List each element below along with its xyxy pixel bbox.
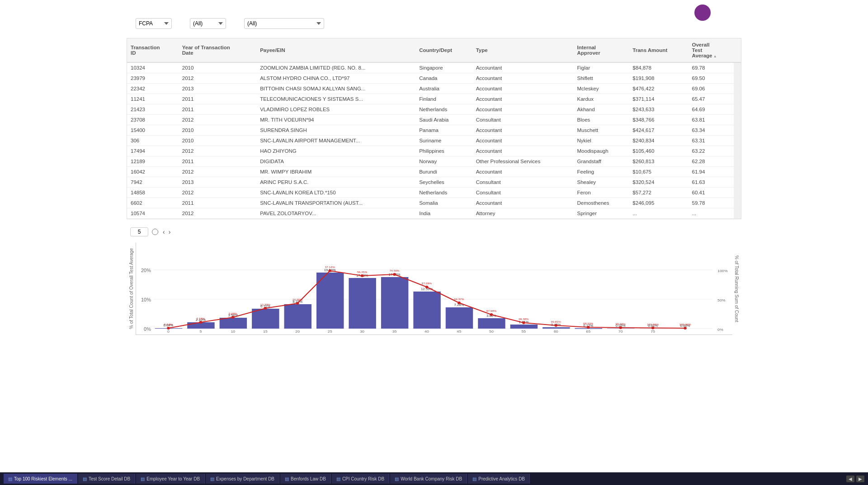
svg-text:74.56%: 74.56%	[389, 269, 400, 272]
table-row[interactable]: 6602 2011 SNC-LAVALIN TRANSPORTATION (AU…	[127, 198, 741, 208]
svg-point-53	[587, 326, 590, 329]
table-row[interactable]: 12189 2011 DIGIDATA Norway Other Profess…	[127, 156, 741, 167]
cell-id: 12189	[127, 156, 179, 167]
cell-country: Finland	[415, 94, 472, 104]
cell-type: Consultant	[472, 188, 574, 198]
cell-year: 2012	[179, 73, 256, 84]
tab-scroll-left[interactable]: ◀	[846, 476, 854, 482]
tab-0[interactable]: ▤Top 100 Riskiest Elements ...	[4, 474, 77, 484]
cell-payee: ARINC PERU S.A.C.	[256, 177, 415, 188]
svg-rect-22	[413, 292, 440, 329]
cell-id: 6602	[127, 198, 179, 208]
cell-country: Saudi Arabia	[415, 115, 472, 125]
svg-text:99.81%: 99.81%	[551, 320, 561, 323]
tab-7[interactable]: ▤Predictive Analytics DB	[468, 474, 530, 484]
svg-text:94.37%: 94.37%	[454, 297, 464, 301]
cell-avg: 63.81	[689, 115, 734, 125]
bin-radio[interactable]	[152, 229, 158, 235]
cell-country: Norway	[415, 156, 472, 167]
table-row[interactable]: 11241 2011 TELECOMUNICACIONES Y SISTEMAS…	[127, 94, 741, 104]
transaction-date-select[interactable]: (All) 2010 2011 2012 2013	[190, 18, 226, 29]
cell-year: 2010	[179, 62, 256, 73]
table-row[interactable]: 7942 2013 ARINC PERU S.A.C. Seychelles C…	[127, 177, 741, 188]
table-row[interactable]: 22342 2013 BITTOHIN CHASI SOMAJ KALLYAN …	[127, 84, 741, 94]
tab-1[interactable]: ▤Test Score Detail DB	[78, 474, 135, 484]
svg-point-47	[393, 273, 396, 276]
chart-svg: 0% 10% 20% 0.04% 2.10% 3.58% 6.71%	[136, 243, 732, 333]
cell-scrollbar	[734, 156, 741, 167]
chart-wrapper: % of Total Count of Overall Test Average…	[127, 243, 741, 335]
tabs-container: ▤Top 100 Riskiest Elements ...▤Test Scor…	[4, 474, 530, 484]
cell-year: 2012	[179, 208, 256, 219]
cell-payee: SNC-LAVALIN AIRPORT MANAGEMENT...	[256, 136, 415, 146]
cell-scrollbar	[734, 115, 741, 125]
tab-3[interactable]: ▤Expenses by Department DB	[206, 474, 279, 484]
cell-scrollbar	[734, 125, 741, 136]
col-avg[interactable]: OverallTestAverage	[689, 38, 734, 62]
svg-text:37.14%: 37.14%	[325, 265, 335, 268]
svg-point-50	[490, 313, 493, 316]
cell-scrollbar	[734, 104, 741, 115]
table-row[interactable]: 16042 2012 MR. WIMPY IBRAHIM Burundi Acc…	[127, 167, 741, 177]
cell-type: Consultant	[472, 115, 574, 125]
cell-avg: 63.31	[689, 136, 734, 146]
col-approver: InternalApprover	[574, 38, 629, 62]
cell-id: 15400	[127, 125, 179, 136]
bin-nav: ‹ ›	[162, 228, 171, 235]
cell-scrollbar	[734, 73, 741, 84]
cell-avg: 59.78	[689, 198, 734, 208]
table-row[interactable]: 14858 2012 SNC-LAVALIN KOREA LTD.*150 Ne…	[127, 188, 741, 198]
table-row[interactable]: 10324 2010 ZOOMLION ZAMBIA LIMITED (REG.…	[127, 62, 741, 73]
svg-text:55: 55	[521, 329, 526, 333]
svg-text:30: 30	[360, 329, 364, 333]
cell-id: 17494	[127, 146, 179, 156]
table-row[interactable]: 306 2010 SNC-LAVALIN AIRPORT MANAGEMENT.…	[127, 136, 741, 146]
cell-payee: BITTOHIN CHASI SOMAJ KALLYAN SANG...	[256, 84, 415, 94]
bin-next-button[interactable]: ›	[168, 228, 172, 235]
cell-payee: PAVEL ZOLOTARYOV...	[256, 208, 415, 219]
bin-input[interactable]	[130, 227, 148, 236]
tab-2[interactable]: ▤Employee Year to Year DB	[136, 474, 205, 484]
cell-payee: ZOOMLION ZAMBIA LIMITED (REG. NO. 8...	[256, 62, 415, 73]
cell-amount: $371,114	[629, 94, 688, 104]
cell-amount: $105,460	[629, 146, 688, 156]
cell-payee: DIGIDATA	[256, 156, 415, 167]
svg-rect-28	[510, 325, 538, 329]
tab-6[interactable]: ▤World Bank Company Risk DB	[390, 474, 467, 484]
cell-approver: Demosthenes	[574, 198, 629, 208]
table-row[interactable]: 15400 2010 SURENDRA SINGH Panama Account…	[127, 125, 741, 136]
svg-text:60: 60	[554, 329, 558, 333]
cell-id: 10324	[127, 62, 179, 73]
cell-year: 2011	[179, 104, 256, 115]
tab-5[interactable]: ▤CPI Country Risk DB	[332, 474, 389, 484]
table-row[interactable]: 23979 2012 ALSTOM HYDRO CHINA CO., LTD*9…	[127, 73, 741, 84]
chart-inner: 0% 10% 20% 0.04% 2.10% 3.58% 6.71%	[136, 243, 732, 335]
type-select[interactable]: (All) Accountant Consultant Attorney Oth…	[244, 18, 324, 29]
table-row[interactable]: 21423 2011 VLADIMIRO LOPEZ ROBLES Nether…	[127, 104, 741, 115]
cell-type: Attorney	[472, 208, 574, 219]
tab-4[interactable]: ▤Benfords Law DB	[280, 474, 331, 484]
svg-text:10: 10	[231, 329, 235, 333]
cell-country: Netherlands	[415, 104, 472, 115]
cell-country: Australia	[415, 84, 472, 94]
cell-id: 23708	[127, 115, 179, 125]
cell-country: Singapore	[415, 62, 472, 73]
table-row[interactable]: 17494 2012 HAO ZHIYONG Philippines Accou…	[127, 146, 741, 156]
cell-country: Seychelles	[415, 177, 472, 188]
table-row[interactable]: 23708 2012 MR. TITH VOEURN*94 Saudi Arab…	[127, 115, 741, 125]
cell-scrollbar	[734, 62, 741, 73]
cell-amount: $260,813	[629, 156, 688, 167]
cell-avg: ...	[689, 208, 734, 219]
test-type-select[interactable]: FCPA All	[136, 18, 172, 29]
table-row[interactable]: 10574 2012 PAVEL ZOLOTARYOV... India Att…	[127, 208, 741, 219]
svg-rect-26	[478, 318, 505, 329]
svg-point-56	[684, 327, 687, 330]
cell-country: India	[415, 208, 472, 219]
cell-id: 23979	[127, 73, 179, 84]
bin-prev-button[interactable]: ‹	[162, 228, 166, 235]
svg-text:10%: 10%	[141, 297, 151, 302]
tab-scroll-right[interactable]: ▶	[856, 476, 864, 482]
svg-text:25: 25	[328, 329, 332, 333]
cell-amount: $476,422	[629, 84, 688, 94]
col-country: Country/Dept	[415, 38, 472, 62]
